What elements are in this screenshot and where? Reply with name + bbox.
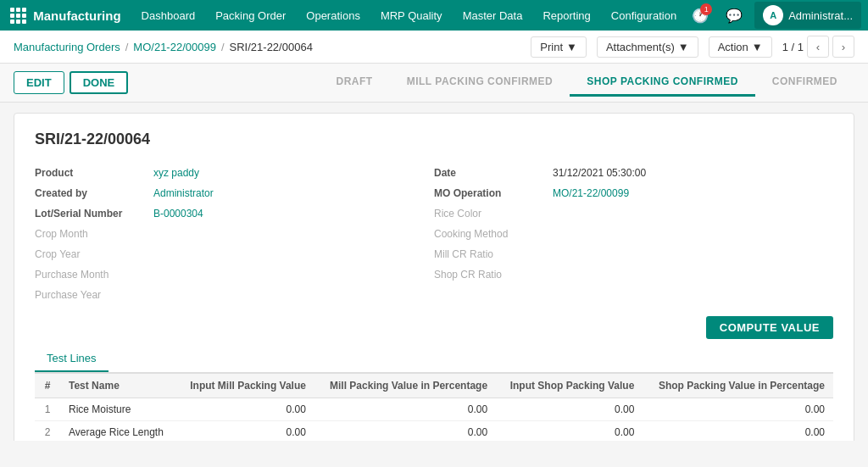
nav-right-actions: 🕐 1 💬 A Administrat... — [687, 2, 861, 29]
main-content: SRI/21-22/00064 Product xyz paddy Create… — [0, 103, 868, 441]
chat-icon[interactable]: 💬 — [721, 2, 748, 29]
nav-packing-order[interactable]: Packing Order — [205, 0, 296, 31]
date-row: Date 31/12/2021 05:30:00 — [434, 165, 833, 181]
row-test-name: Average Rice Length — [60, 421, 176, 442]
created-by-row: Created by Administrator — [35, 186, 434, 201]
crop-year-row: Crop Year — [35, 247, 434, 262]
shop-cr-ratio-row: Shop CR Ratio — [434, 267, 833, 282]
nav-menu: Dashboard Packing Order Operations MRP Q… — [131, 0, 687, 31]
cooking-method-label: Cooking Method — [434, 226, 553, 242]
mo-operation-row: MO Operation MO/21-22/00099 — [434, 186, 833, 201]
product-value[interactable]: xyz paddy — [153, 165, 199, 181]
mill-cr-ratio-label: Mill CR Ratio — [434, 247, 553, 262]
row-index: 1 — [35, 398, 60, 421]
row-test-name: Rice Moisture — [60, 398, 176, 421]
col-test-name: Test Name — [60, 374, 176, 398]
breadcrumb-current: SRI/21-22/00064 — [230, 41, 313, 53]
nav-master-data[interactable]: Master Data — [453, 0, 533, 31]
row-index: 2 — [35, 421, 60, 442]
next-page-button[interactable]: › — [832, 36, 854, 58]
created-by-label: Created by — [35, 186, 153, 201]
breadcrumb: Manufacturing Orders / MO/21-22/00099 / … — [14, 41, 313, 53]
date-value: 31/12/2021 05:30:00 — [553, 165, 646, 181]
product-label: Product — [35, 165, 153, 181]
breadcrumb-sep-1: / — [125, 41, 129, 53]
page-info: 1 / 1 — [782, 41, 804, 53]
action-button[interactable]: Action ▼ — [709, 36, 772, 58]
apps-icon[interactable] — [7, 0, 30, 31]
breadcrumb-sep-2: / — [221, 41, 225, 53]
lot-serial-value[interactable]: B-0000304 — [153, 206, 203, 221]
compute-section: COMPUTE VALUE — [35, 316, 833, 339]
lot-serial-label: Lot/Serial Number — [35, 206, 153, 221]
nav-operations[interactable]: Operations — [296, 0, 370, 31]
rice-color-label: Rice Color — [434, 206, 553, 221]
toolbar: EDIT DONE DRAFT MILL PACKING CONFIRMED S… — [0, 64, 868, 103]
row-input-mill: 0.00 — [176, 398, 314, 421]
lot-serial-row: Lot/Serial Number B-0000304 — [35, 206, 434, 221]
date-label: Date — [434, 165, 553, 181]
status-confirmed[interactable]: CONFIRMED — [755, 69, 854, 97]
page-navigation: 1 / 1 ‹ › — [782, 36, 854, 58]
test-lines-table: # Test Name Input Mill Packing Value Mil… — [35, 373, 833, 441]
brand-name: Manufacturing — [30, 8, 131, 23]
table-wrapper: # Test Name Input Mill Packing Value Mil… — [35, 373, 833, 441]
breadcrumb-mo[interactable]: MO/21-22/00099 — [133, 41, 216, 53]
product-row: Product xyz paddy — [35, 165, 434, 181]
row-input-mill: 0.00 — [176, 421, 314, 442]
created-by-value[interactable]: Administrator — [153, 186, 214, 201]
form-col-right: Date 31/12/2021 05:30:00 MO Operation MO… — [434, 165, 833, 303]
tabs: Test Lines — [35, 346, 833, 373]
notification-badge: 1 — [700, 3, 712, 15]
form-col-left: Product xyz paddy Created by Administrat… — [35, 165, 434, 303]
col-input-mill: Input Mill Packing Value — [176, 374, 314, 398]
done-button[interactable]: DONE — [70, 71, 129, 94]
col-shop-pct: Shop Packing Value in Percentage — [643, 374, 833, 398]
user-avatar: A — [763, 5, 783, 25]
breadcrumb-manufacturing-orders[interactable]: Manufacturing Orders — [14, 41, 120, 53]
purchase-month-label: Purchase Month — [35, 267, 153, 282]
form-grid: Product xyz paddy Created by Administrat… — [35, 165, 833, 303]
crop-month-label: Crop Month — [35, 226, 153, 242]
purchase-year-row: Purchase Year — [35, 287, 434, 303]
toolbar-left: EDIT DONE — [14, 71, 128, 94]
print-button[interactable]: Print ▼ — [531, 36, 587, 58]
crop-month-row: Crop Month — [35, 226, 434, 242]
mo-operation-value[interactable]: MO/21-22/00099 — [553, 186, 629, 201]
nav-configuration[interactable]: Configuration — [601, 0, 687, 31]
record-title: SRI/21-22/00064 — [35, 131, 833, 148]
col-index: # — [35, 374, 60, 398]
row-shop-pct: 0.00 — [643, 421, 833, 442]
row-mill-pct: 0.00 — [314, 421, 496, 442]
tab-test-lines[interactable]: Test Lines — [35, 346, 108, 372]
breadcrumb-bar: Manufacturing Orders / MO/21-22/00099 / … — [0, 31, 868, 64]
mill-cr-ratio-row: Mill CR Ratio — [434, 247, 833, 262]
purchase-month-row: Purchase Month — [35, 267, 434, 282]
col-input-shop: Input Shop Packing Value — [496, 374, 643, 398]
nav-reporting[interactable]: Reporting — [532, 0, 600, 31]
status-steps: DRAFT MILL PACKING CONFIRMED SHOP PACKIN… — [320, 69, 854, 97]
nav-mrp-quality[interactable]: MRP Quality — [370, 0, 453, 31]
purchase-year-label: Purchase Year — [35, 287, 153, 303]
top-navigation: Manufacturing Dashboard Packing Order Op… — [0, 0, 868, 31]
shop-cr-ratio-label: Shop CR Ratio — [434, 267, 553, 282]
prev-page-button[interactable]: ‹ — [807, 36, 829, 58]
notification-icon[interactable]: 🕐 1 — [687, 2, 714, 29]
status-shop-packing[interactable]: SHOP PACKING CONFIRMED — [570, 69, 755, 97]
status-draft[interactable]: DRAFT — [320, 69, 390, 97]
table-row: 2 Average Rice Length 0.00 0.00 0.00 0.0… — [35, 421, 833, 442]
row-mill-pct: 0.00 — [314, 398, 496, 421]
compute-value-button[interactable]: COMPUTE VALUE — [706, 316, 833, 339]
status-mill-packing[interactable]: MILL PACKING CONFIRMED — [390, 69, 570, 97]
col-mill-pct: Mill Packing Value in Percentage — [314, 374, 496, 398]
nav-dashboard[interactable]: Dashboard — [131, 0, 206, 31]
cooking-method-row: Cooking Method — [434, 226, 833, 242]
attachments-button[interactable]: Attachment(s) ▼ — [597, 36, 698, 58]
row-input-shop: 0.00 — [496, 421, 643, 442]
edit-button[interactable]: EDIT — [14, 71, 64, 94]
row-input-shop: 0.00 — [496, 398, 643, 421]
record-card: SRI/21-22/00064 Product xyz paddy Create… — [14, 113, 854, 441]
user-menu[interactable]: A Administrat... — [754, 2, 861, 29]
breadcrumb-actions: Print ▼ Attachment(s) ▼ Action ▼ 1 / 1 ‹… — [531, 36, 854, 58]
rice-color-row: Rice Color — [434, 206, 833, 221]
